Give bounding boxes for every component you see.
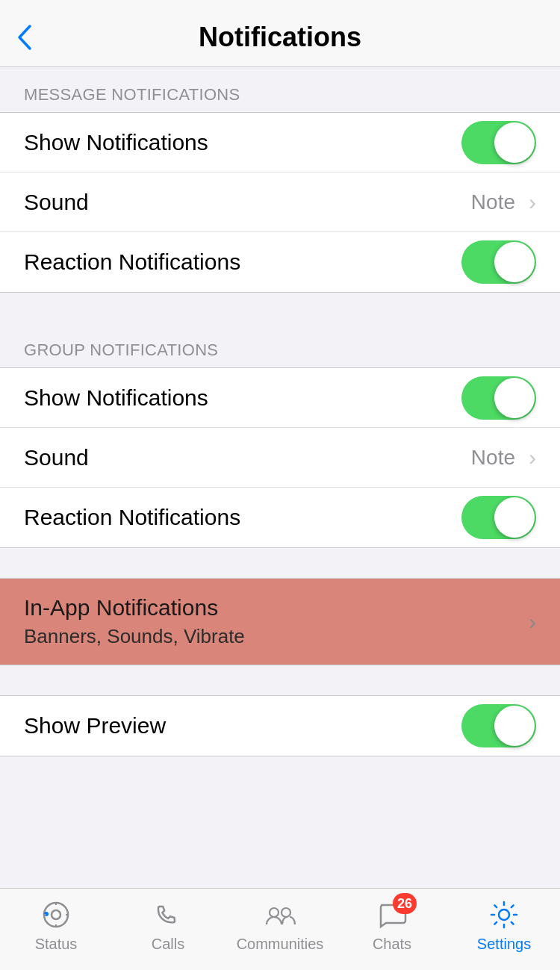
msg-show-toggle-knob bbox=[494, 122, 535, 163]
inapp-title: In-App Notifications bbox=[24, 595, 245, 621]
msg-sound-value: Note bbox=[471, 190, 515, 214]
msg-reaction-toggle[interactable] bbox=[461, 240, 536, 284]
inapp-chevron-icon: › bbox=[529, 611, 536, 633]
grp-reaction-toggle-knob bbox=[494, 497, 535, 538]
grp-sound-label: Sound bbox=[24, 445, 89, 470]
chats-badge: 26 bbox=[393, 893, 417, 914]
grp-reaction-toggle[interactable] bbox=[461, 496, 536, 539]
msg-reaction-label: Reaction Notifications bbox=[24, 249, 240, 275]
spacer-2 bbox=[0, 548, 560, 578]
grp-show-notifications-row: Show Notifications bbox=[0, 368, 560, 428]
tab-settings[interactable]: Settings bbox=[448, 898, 560, 953]
grp-sound-chevron-icon: › bbox=[529, 447, 536, 469]
tab-chats[interactable]: 26 Chats bbox=[336, 898, 448, 953]
tab-bar: Status Calls Communities 2 bbox=[0, 888, 560, 970]
calls-icon bbox=[151, 898, 185, 932]
tab-communities[interactable]: Communities bbox=[224, 898, 336, 953]
msg-reaction-toggle-knob bbox=[494, 242, 535, 282]
chats-icon: 26 bbox=[375, 898, 409, 932]
settings-icon bbox=[487, 898, 521, 932]
msg-sound-row[interactable]: Sound Note › bbox=[0, 172, 560, 232]
msg-show-notifications-row: Show Notifications bbox=[0, 113, 560, 172]
message-notifications-group: Show Notifications Sound Note › Reaction… bbox=[0, 112, 560, 293]
spacer-1 bbox=[0, 293, 560, 323]
grp-show-toggle-knob bbox=[494, 378, 535, 418]
show-preview-row: Show Preview bbox=[0, 696, 560, 756]
status-icon bbox=[39, 898, 73, 932]
svg-point-1 bbox=[52, 910, 60, 919]
grp-sound-value: Note bbox=[471, 446, 515, 470]
tab-status[interactable]: Status bbox=[0, 898, 112, 953]
msg-reaction-row: Reaction Notifications bbox=[0, 232, 560, 292]
svg-point-9 bbox=[499, 910, 509, 920]
header: Notifications bbox=[0, 0, 560, 67]
page-title: Notifications bbox=[199, 22, 361, 53]
tab-settings-label: Settings bbox=[477, 936, 531, 953]
show-preview-toggle[interactable] bbox=[461, 704, 536, 747]
tab-calls-label: Calls bbox=[152, 936, 184, 953]
other-settings-group: Show Preview bbox=[0, 695, 560, 756]
tab-calls[interactable]: Calls bbox=[112, 898, 224, 953]
msg-show-toggle[interactable] bbox=[461, 121, 536, 164]
msg-show-label: Show Notifications bbox=[24, 130, 208, 155]
grp-show-toggle[interactable] bbox=[461, 376, 536, 420]
svg-point-7 bbox=[270, 908, 279, 917]
show-preview-toggle-knob bbox=[494, 706, 535, 746]
inapp-notifications-row[interactable]: In-App Notifications Banners, Sounds, Vi… bbox=[0, 578, 560, 665]
msg-sound-chevron-icon: › bbox=[529, 191, 536, 214]
communities-icon bbox=[263, 898, 297, 932]
tab-status-label: Status bbox=[35, 936, 78, 953]
tab-chats-label: Chats bbox=[373, 936, 411, 953]
grp-reaction-label: Reaction Notifications bbox=[24, 505, 240, 530]
main-content: MESSAGE NOTIFICATIONS Show Notifications… bbox=[0, 67, 560, 846]
back-button[interactable] bbox=[16, 24, 33, 51]
grp-show-label: Show Notifications bbox=[24, 385, 208, 411]
svg-point-8 bbox=[281, 908, 290, 917]
inapp-subtitle: Banners, Sounds, Vibrate bbox=[24, 625, 245, 648]
show-preview-label: Show Preview bbox=[24, 713, 166, 739]
msg-sound-label: Sound bbox=[24, 190, 89, 215]
group-notifications-header: GROUP NOTIFICATIONS bbox=[0, 323, 560, 367]
group-notifications-group: Show Notifications Sound Note › Reaction… bbox=[0, 367, 560, 548]
grp-sound-row[interactable]: Sound Note › bbox=[0, 428, 560, 488]
tab-communities-label: Communities bbox=[237, 936, 324, 953]
spacer-3 bbox=[0, 665, 560, 695]
message-notifications-header: MESSAGE NOTIFICATIONS bbox=[0, 67, 560, 112]
grp-reaction-row: Reaction Notifications bbox=[0, 488, 560, 547]
